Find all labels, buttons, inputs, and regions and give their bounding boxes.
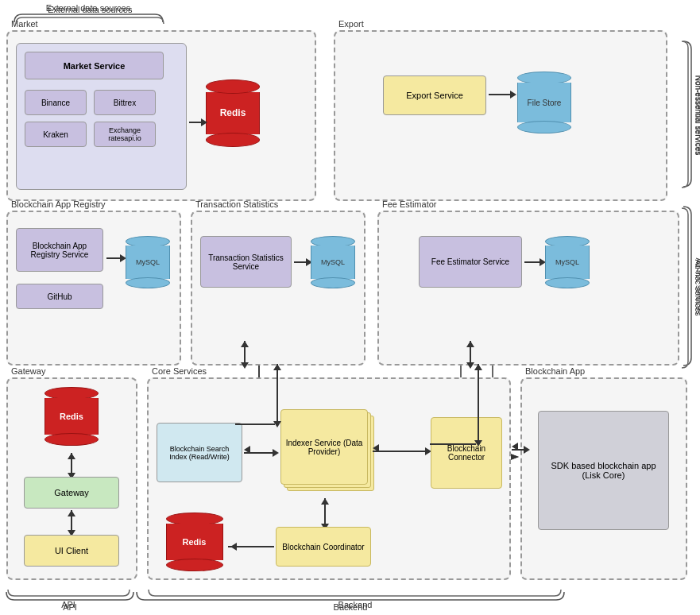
- exchange-ratesapi-box: Exchange ratesapi.io: [94, 122, 156, 147]
- svg-text:Non-essential services: Non-essential services: [694, 75, 700, 156]
- market-label: Market: [11, 19, 38, 29]
- blockchain-app-registry-section: Blockchain App Registry Blockchain App R…: [6, 211, 181, 366]
- registry-mysql-label: MySQL: [136, 258, 160, 266]
- stats-mysql-label: MySQL: [321, 258, 345, 266]
- transaction-statistics-section: Transaction Statistics Transaction Stati…: [191, 211, 365, 366]
- diagram-container: External data sources Non-essential serv…: [0, 0, 700, 615]
- file-store: File Store: [516, 72, 572, 139]
- market-section: Market Market Service Binance Bittrex Kr…: [6, 30, 316, 201]
- blockchain-registry-mysql: MySQL: [125, 236, 171, 293]
- transaction-statistics-label: Transaction Statistics: [195, 199, 278, 209]
- blockchain-app-section: Blockchain App SDK based blockchain app …: [520, 377, 687, 580]
- market-redis: Redis: [205, 79, 261, 147]
- svg-text:Backend: Backend: [334, 602, 368, 612]
- core-redis: Redis: [164, 512, 224, 576]
- gateway-label: Gateway: [11, 366, 45, 376]
- svg-text:Ad-hoc services: Ad-hoc services: [694, 259, 700, 315]
- blockchain-connector-box: Blockchain Connector: [431, 417, 502, 489]
- export-label: Export: [338, 19, 364, 29]
- blockchain-app-label: Blockchain App: [525, 366, 585, 376]
- indexer-service-box: Indexer Service (Data Provider): [280, 409, 368, 485]
- gateway-section: Gateway Redis Gateway UI Client: [6, 377, 137, 580]
- market-inner-box: Market Service Binance Bittrex Kraken Ex…: [16, 43, 187, 190]
- transaction-statistics-service-box: Transaction Statistics Service: [200, 236, 292, 288]
- bittrex-box: Bittrex: [94, 90, 156, 115]
- svg-text:Backend: Backend: [338, 600, 373, 609]
- svg-text:Non-essential services: Non-essential services: [694, 75, 700, 156]
- external-data-sources-label: External data sources: [48, 5, 132, 14]
- gateway-redis: Redis: [44, 387, 99, 451]
- blockchain-app-registry-service-box: Blockchain App Registry Service: [16, 228, 103, 272]
- core-services-label: Core Services: [152, 366, 207, 376]
- blockchain-coordinator-box: Blockchain Coordinator: [276, 527, 371, 567]
- fee-mysql-label: MySQL: [555, 258, 579, 266]
- blockchain-app-registry-label: Blockchain App Registry: [11, 199, 106, 209]
- fee-estimator-section: Fee Estimator Fee Estimator Service MySQ…: [377, 211, 679, 366]
- sdk-blockchain-app-box: SDK based blockchain app (Lisk Core): [538, 411, 669, 530]
- market-redis-label: Redis: [220, 107, 246, 118]
- fee-estimator-mysql: MySQL: [544, 236, 590, 293]
- binance-box: Binance: [25, 90, 87, 115]
- export-section: Export Export Service File Store: [334, 30, 667, 201]
- export-service-box: Export Service: [383, 75, 486, 115]
- gateway-redis-label: Redis: [60, 412, 83, 421]
- svg-text:Ad-hoc services: Ad-hoc services: [694, 257, 700, 314]
- svg-text:API: API: [61, 600, 75, 609]
- kraken-box: Kraken: [25, 122, 87, 147]
- gateway-service-box: Gateway: [24, 477, 119, 509]
- blockchain-search-index-box: Blockchain Search Index (Read/Write): [157, 423, 242, 482]
- core-services-section: Core Services Blockchain Search Index (R…: [147, 377, 511, 580]
- svg-text:API: API: [63, 602, 77, 612]
- ui-client-box: UI Client: [24, 535, 119, 567]
- github-box: GitHub: [16, 284, 103, 309]
- market-service-box: Market Service: [25, 52, 164, 79]
- core-redis-label: Redis: [183, 537, 207, 547]
- file-store-label: File Store: [528, 99, 562, 107]
- transaction-stats-mysql: MySQL: [310, 236, 356, 293]
- fee-estimator-service-box: Fee Estimator Service: [419, 236, 522, 288]
- fee-estimator-label: Fee Estimator: [382, 199, 436, 209]
